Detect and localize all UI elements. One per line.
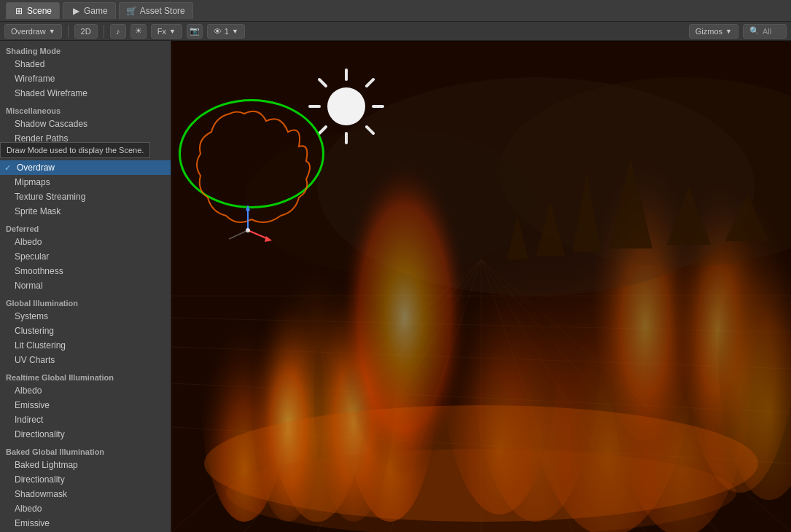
scene-viewport[interactable]	[171, 41, 791, 532]
menu-item-sprite-mask[interactable]: Sprite Mask	[0, 204, 171, 219]
tab-scene[interactable]: ⊞ Scene	[6, 2, 60, 19]
menu-item-smoothness[interactable]: Smoothness	[0, 264, 171, 278]
svg-point-54	[246, 228, 250, 232]
menu-item-clustering[interactable]: Clustering	[0, 324, 171, 338]
menu-item-rt-albedo-label: Albedo	[15, 386, 42, 396]
menu-item-overdraw-label: Overdraw	[17, 163, 55, 173]
tab-asset-store-label: Asset Store	[140, 6, 185, 16]
menu-item-mipmaps-label: Mipmaps	[15, 177, 50, 187]
menu-item-alpha-channel[interactable]: Alpha Channel	[0, 146, 171, 160]
menu-item-systems[interactable]: Systems	[0, 309, 171, 324]
menu-item-shaded[interactable]: Shaded	[0, 57, 171, 71]
dimension-label: 2D	[81, 27, 91, 36]
menu-item-texture-streaming[interactable]: Texture Streaming	[0, 189, 171, 204]
menu-item-clustering-label: Clustering	[15, 326, 54, 336]
menu-item-texture-streaming-label: Texture Streaming	[15, 192, 85, 202]
menu-item-baked-emissive[interactable]: Emissive	[0, 516, 171, 531]
toolbar-separator-1	[68, 25, 69, 38]
menu-item-systems-label: Systems	[15, 311, 48, 321]
draw-mode-menu: Shading Mode Shaded Wireframe Shaded Wir…	[0, 41, 171, 532]
search-field-container[interactable]: 🔍 All	[743, 24, 787, 39]
baked-gi-header: Baked Global Illumination	[0, 445, 171, 458]
menu-item-shaded-wireframe-label: Shaded Wireframe	[15, 88, 87, 98]
menu-item-rt-emissive[interactable]: Emissive	[0, 398, 171, 412]
menu-item-lit-clustering-label: Lit Clustering	[15, 340, 66, 351]
menu-item-normal-label: Normal	[15, 281, 43, 291]
tab-asset-store[interactable]: 🛒 Asset Store	[119, 2, 193, 19]
miscellaneous-header: Miscellaneous	[0, 103, 171, 117]
menu-item-uv-charts-gi-label: UV Charts	[15, 355, 55, 365]
svg-line-53	[229, 230, 248, 239]
menu-item-wireframe-label: Wireframe	[15, 74, 55, 84]
menu-item-rt-emissive-label: Emissive	[15, 400, 50, 410]
menu-item-baked-directionality-label: Directionality	[15, 474, 65, 485]
menu-item-baked-emissive-label: Emissive	[15, 518, 50, 528]
draw-mode-label: Overdraw	[11, 27, 46, 36]
menu-item-rt-directionality[interactable]: Directionality	[0, 427, 171, 442]
menu-item-overdraw[interactable]: Overdraw	[0, 160, 171, 175]
shading-mode-header: Shading Mode	[0, 44, 171, 57]
svg-point-33	[339, 157, 470, 478]
tab-game[interactable]: ▶ Game	[63, 2, 116, 19]
menu-item-albedo-deferred[interactable]: Albedo	[0, 235, 171, 249]
menu-item-smoothness-label: Smoothness	[15, 266, 63, 276]
menu-item-rt-albedo[interactable]: Albedo	[0, 383, 171, 398]
menu-item-baked-lightmap[interactable]: Baked Lightmap	[0, 458, 171, 472]
menu-item-shadow-cascades-label: Shadow Cascades	[15, 119, 87, 129]
menu-item-render-paths[interactable]: Render Paths	[0, 131, 171, 146]
dimension-toggle[interactable]: 2D	[74, 24, 98, 39]
fx-arrow-icon: ▼	[169, 28, 176, 35]
audio-icon: ♪	[116, 27, 120, 36]
menu-item-uv-charts-gi[interactable]: UV Charts	[0, 353, 171, 367]
asset-store-tab-icon: 🛒	[127, 6, 137, 16]
svg-line-46	[367, 127, 373, 133]
scene-tab-icon: ⊞	[14, 6, 24, 16]
svg-line-45	[319, 79, 326, 86]
camera-icon: 📷	[190, 26, 200, 36]
draw-mode-arrow-icon: ▼	[49, 28, 55, 35]
menu-item-shadowmask-label: Shadowmask	[15, 489, 67, 499]
transform-gizmo	[219, 201, 277, 262]
fx-toggle[interactable]: Fx ▼	[151, 24, 182, 39]
menu-item-specular[interactable]: Specular	[0, 249, 171, 264]
menu-item-rt-indirect[interactable]: Indirect	[0, 412, 171, 427]
menu-item-specular-label: Specular	[15, 251, 49, 262]
lighting-toggle-btn[interactable]: ☀	[130, 24, 147, 39]
menu-item-baked-directionality[interactable]: Directionality	[0, 472, 171, 487]
svg-line-47	[367, 79, 373, 86]
global-illumination-header: Global Illumination	[0, 296, 171, 309]
search-icon: 🔍	[749, 26, 760, 36]
menu-item-baked-albedo[interactable]: Albedo	[0, 501, 171, 516]
count-label: 1	[225, 27, 229, 36]
menu-item-lit-clustering[interactable]: Lit Clustering	[0, 338, 171, 353]
realtime-gi-header: Realtime Global Illumination	[0, 370, 171, 383]
menu-item-shaded-wireframe[interactable]: Shaded Wireframe	[0, 86, 171, 101]
gizmos-arrow-icon: ▼	[725, 28, 732, 35]
menu-item-baked-lightmap-label: Baked Lightmap	[15, 460, 78, 470]
camera-btn[interactable]: 📷	[187, 24, 203, 39]
audio-toggle-btn[interactable]: ♪	[110, 24, 126, 39]
gizmos-label: Gizmos	[695, 27, 722, 36]
tab-scene-label: Scene	[27, 6, 52, 16]
main-area: Shading Mode Shaded Wireframe Shaded Wir…	[0, 41, 791, 532]
svg-line-51	[248, 230, 268, 239]
menu-item-rt-directionality-label: Directionality	[15, 429, 65, 439]
menu-item-sprite-mask-label: Sprite Mask	[15, 206, 61, 216]
eye-icon: 👁	[214, 27, 222, 36]
draw-mode-dropdown[interactable]: Overdraw ▼	[4, 24, 62, 39]
menu-item-mipmaps[interactable]: Mipmaps	[0, 175, 171, 189]
fx-label: Fx	[157, 27, 166, 36]
menu-item-wireframe[interactable]: Wireframe	[0, 71, 171, 86]
deferred-header: Deferred	[0, 222, 171, 235]
menu-item-shaded-label: Shaded	[15, 59, 44, 69]
menu-item-shadowmask[interactable]: Shadowmask	[0, 487, 171, 501]
scene-toolbar: Overdraw ▼ 2D ♪ ☀ Fx ▼ 📷 👁 1 ▼ Gizmos ▼ …	[0, 22, 791, 41]
menu-item-rt-indirect-label: Indirect	[15, 415, 43, 425]
toolbar-separator-2	[104, 25, 104, 38]
game-tab-icon: ▶	[71, 6, 81, 16]
svg-point-40	[327, 87, 365, 125]
count-display[interactable]: 👁 1 ▼	[207, 24, 245, 39]
menu-item-shadow-cascades[interactable]: Shadow Cascades	[0, 117, 171, 131]
menu-item-normal[interactable]: Normal	[0, 278, 171, 293]
gizmos-dropdown[interactable]: Gizmos ▼	[689, 24, 739, 39]
